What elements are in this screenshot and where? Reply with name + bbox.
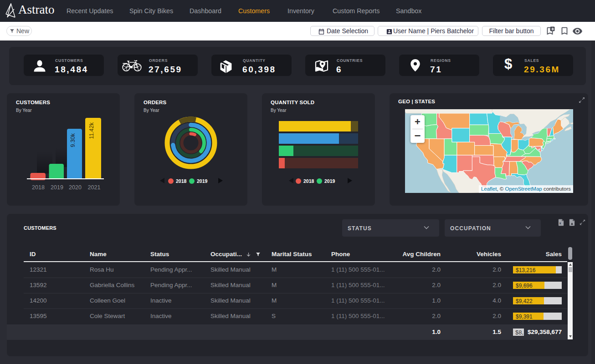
svg-text:x: x	[559, 222, 561, 225]
svg-text:11.42k: 11.42k	[88, 122, 95, 139]
svg-text:9.30k: 9.30k	[70, 133, 76, 147]
